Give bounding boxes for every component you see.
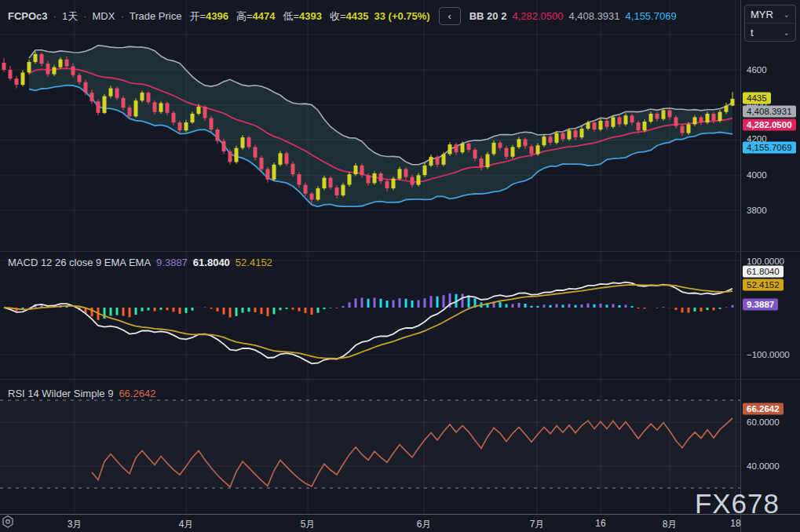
interval-label: 1天 [62, 9, 78, 24]
axis-unit-panel: MYR ⌄ t ⌄ [744, 5, 796, 42]
high-value: 高=4474 [234, 9, 276, 24]
exchange-label: MDX [93, 10, 115, 22]
time-tick: 8月 [663, 518, 678, 531]
macd-line-value: 61.8040 [193, 257, 230, 268]
price-axis-badge: 4,155.7069 [743, 142, 796, 154]
price-type-label: Trade Price [130, 10, 182, 22]
collapse-legend-button[interactable]: ‹ [439, 7, 461, 25]
currency-dropdown[interactable]: MYR ⌄ [745, 5, 795, 23]
price-axis-label: 4600 [747, 65, 767, 75]
close-value: 收=4435 [327, 9, 369, 24]
rsi-axis-label: 60.0000 [747, 417, 780, 427]
trading-chart-app: FCPOc3 · 1天 · MDX · Trade Price 开=4396 高… [0, 0, 800, 532]
price-axis-label: 3800 [747, 206, 767, 215]
pane-divider-macd-rsi[interactable] [0, 379, 800, 380]
time-tick: 18 [730, 518, 740, 529]
time-axis-border [0, 514, 800, 515]
bb-upper-value: 4,408.3931 [568, 10, 619, 22]
macd-hist-value: 9.3887 [156, 257, 188, 268]
change-value: 33 (+0.75%) [374, 10, 430, 22]
price-axis-badge: 4,282.0500 [743, 119, 796, 131]
time-tick: 6月 [417, 518, 432, 531]
rsi-axis-badge: 66.2642 [743, 403, 784, 415]
open-value: 开=4396 [187, 9, 228, 24]
bb-lower-value: 4,155.7069 [626, 10, 677, 22]
currency-value: MYR [751, 9, 773, 20]
macd-axis-label: −100.0000 [747, 350, 790, 359]
rsi-axis-label: 40.0000 [747, 461, 780, 471]
macd-indicator-title: MACD 12 26 close 9 EMA EMA [8, 257, 151, 268]
time-tick: 16 [595, 518, 605, 529]
rsi-value: 66.2642 [119, 388, 155, 399]
symbol-name: FCPOc3 [8, 10, 48, 22]
price-axis-label: 4000 [747, 170, 767, 180]
time-tick: 5月 [301, 518, 316, 531]
macd-axis-badge: 61.8040 [743, 266, 784, 278]
rsi-indicator-title: RSI 14 Wilder Simple 9 [8, 388, 113, 399]
macd-legend: MACD 12 26 close 9 EMA EMA 9.3887 61.804… [8, 257, 272, 268]
chevron-left-icon: ‹ [448, 10, 451, 22]
bb-indicator-title: BB 20 2 [469, 10, 507, 22]
unit-dropdown[interactable]: t ⌄ [745, 23, 795, 41]
unit-value: t [751, 27, 754, 38]
pane-divider-price-macd[interactable] [0, 251, 800, 252]
macd-axis-badge: 52.4152 [743, 279, 784, 291]
time-tick: 7月 [530, 518, 545, 531]
bb-basis-value: 4,282.0500 [512, 10, 563, 22]
macd-pane[interactable] [0, 251, 740, 379]
main-legend: FCPOc3 · 1天 · MDX · Trade Price 开=4396 高… [8, 7, 677, 25]
macd-signal-value: 52.4152 [236, 257, 272, 268]
low-value: 低=4393 [280, 9, 322, 24]
axis-settings-gear-icon[interactable] [0, 514, 16, 530]
macd-axis-label: 100.0000 [747, 257, 784, 266]
time-tick: 3月 [68, 518, 82, 531]
price-axis-badge: 4,408.3931 [743, 106, 796, 118]
chevron-down-icon: ⌄ [784, 10, 790, 19]
time-tick: 4月 [179, 518, 194, 531]
time-axis[interactable]: 3月4月5月6月7月168月18 [0, 514, 800, 532]
price-axis-column[interactable]: 4600440042004000380044354,408.39314,282.… [740, 0, 800, 532]
rsi-legend: RSI 14 Wilder Simple 9 66.2642 [8, 388, 155, 399]
price-axis-badge: 4435 [743, 93, 771, 104]
price-pane[interactable] [0, 0, 740, 251]
chevron-down-icon: ⌄ [784, 28, 790, 37]
macd-axis-badge: 9.3887 [743, 299, 778, 311]
